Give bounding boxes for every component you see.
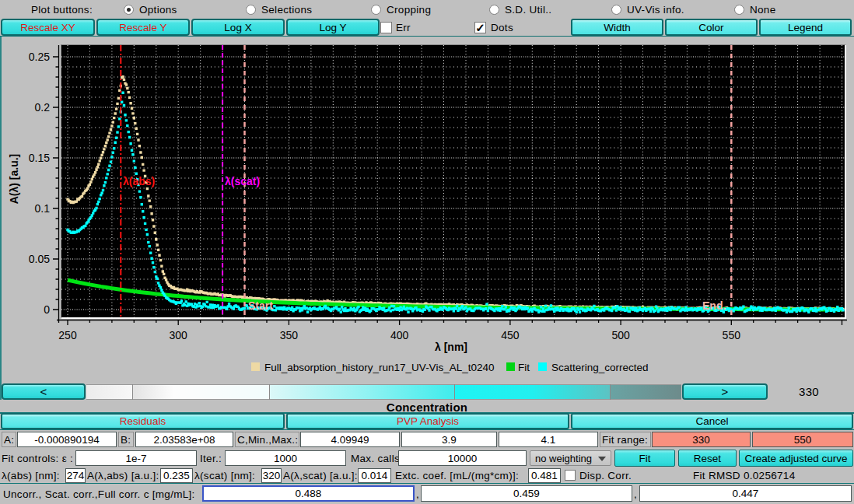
svg-text:400: 400	[390, 329, 409, 341]
svg-text:λ [nm]: λ [nm]	[435, 341, 467, 353]
svg-text:550: 550	[723, 329, 741, 341]
svg-text:0.25: 0.25	[29, 51, 50, 63]
svg-text:λ(abs): λ(abs)	[123, 175, 155, 187]
svg-text:0.2: 0.2	[35, 101, 51, 114]
svg-text:300: 300	[170, 329, 188, 341]
svg-text:Scattering_corrected: Scattering_corrected	[551, 362, 649, 373]
svg-text:0.15: 0.15	[29, 152, 50, 164]
svg-text:A(λ) [a.u.]: A(λ) [a.u.]	[8, 154, 20, 205]
svg-text:Fit: Fit	[518, 362, 530, 373]
svg-text:Start: Start	[248, 299, 273, 312]
svg-text:0: 0	[44, 303, 50, 316]
svg-text:End.: End.	[702, 299, 726, 312]
svg-text:0.1: 0.1	[35, 202, 51, 215]
svg-text:0.05: 0.05	[29, 253, 50, 265]
svg-text:λ(scat): λ(scat)	[225, 175, 260, 187]
svg-text:500: 500	[611, 329, 630, 341]
svg-text:250: 250	[58, 329, 77, 341]
svg-text:Full_absorption_history_run17_: Full_absorption_history_run17_UV-Vis_AL_…	[264, 362, 494, 373]
svg-text:350: 350	[280, 329, 299, 341]
svg-text:450: 450	[501, 329, 520, 341]
